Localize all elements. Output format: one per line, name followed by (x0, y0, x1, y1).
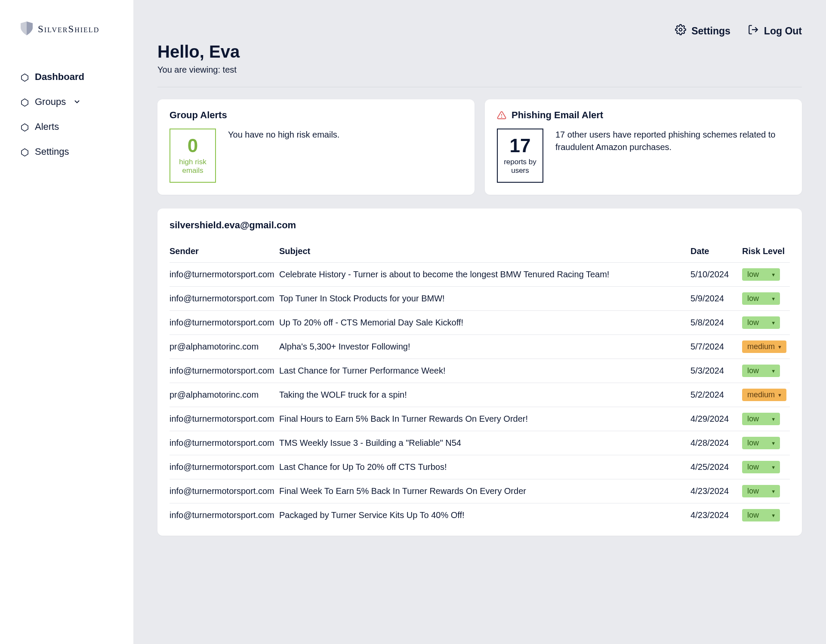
nav-settings[interactable]: Settings (21, 146, 133, 157)
cell-date: 5/7/2024 (690, 335, 742, 359)
table-row[interactable]: info@turnermotorsport.comTMS Weekly Issu… (170, 431, 790, 455)
settings-button[interactable]: Settings (675, 24, 730, 38)
cell-risk: low▼ (742, 287, 790, 311)
cell-sender: info@turnermotorsport.com (170, 359, 279, 383)
cell-subject: Final Hours to Earn 5% Back In Turner Re… (279, 407, 690, 431)
nav-label: Groups (35, 96, 66, 107)
group-alerts-card: Group Alerts 0 high risk emails You have… (157, 99, 475, 195)
nav-label: Dashboard (35, 71, 84, 83)
risk-label: low (747, 487, 759, 496)
cell-risk: low▼ (742, 311, 790, 335)
cell-subject: Packaged by Turner Service Kits Up To 40… (279, 503, 690, 527)
cell-subject: Celebrate History - Turner is about to b… (279, 263, 690, 287)
table-row[interactable]: info@turnermotorsport.comUp To 20% off -… (170, 311, 790, 335)
table-row[interactable]: pr@alphamotorinc.comTaking the WOLF truc… (170, 383, 790, 407)
table-row[interactable]: pr@alphamotorinc.comAlpha's 5,300+ Inves… (170, 335, 790, 359)
caret-down-icon: ▼ (777, 393, 782, 398)
cell-date: 4/23/2024 (690, 479, 742, 503)
phishing-count-box: 17 reports by users (497, 129, 543, 183)
viewing-context: You are viewing: test (157, 65, 802, 75)
cell-sender: info@turnermotorsport.com (170, 503, 279, 527)
cell-date: 5/3/2024 (690, 359, 742, 383)
risk-badge[interactable]: medium▼ (742, 340, 786, 353)
risk-badge[interactable]: low▼ (742, 292, 780, 305)
caret-down-icon: ▼ (771, 272, 776, 277)
inbox-email: silvershield.eva@gmail.com (170, 220, 790, 231)
cell-date: 4/23/2024 (690, 503, 742, 527)
table-row[interactable]: info@turnermotorsport.comLast Chance for… (170, 455, 790, 479)
risk-label: medium (747, 342, 775, 351)
risk-badge[interactable]: low▼ (742, 485, 780, 497)
svg-marker-3 (22, 148, 28, 156)
cell-subject: Taking the WOLF truck for a spin! (279, 383, 690, 407)
risk-badge[interactable]: low▼ (742, 413, 780, 425)
risk-badge[interactable]: medium▼ (742, 389, 786, 401)
cell-subject: Final Week To Earn 5% Back In Turner Rew… (279, 479, 690, 503)
nav-alerts[interactable]: Alerts (21, 121, 133, 132)
inbox-panel: silvershield.eva@gmail.com Sender Subjec… (157, 209, 802, 536)
risk-label: low (747, 439, 759, 448)
stat-number: 0 (188, 136, 198, 155)
nav-groups[interactable]: Groups (21, 96, 133, 107)
nav-dashboard[interactable]: Dashboard (21, 71, 133, 83)
stat-number: 17 (510, 136, 531, 155)
risk-badge[interactable]: low▼ (742, 437, 780, 449)
nav-label: Settings (35, 146, 69, 157)
hexagon-icon (21, 73, 29, 81)
card-title: Phishing Email Alert (512, 110, 603, 121)
cell-subject: Top Tuner In Stock Products for your BMW… (279, 287, 690, 311)
table-row[interactable]: info@turnermotorsport.comCelebrate Histo… (170, 263, 790, 287)
risk-badge[interactable]: low▼ (742, 365, 780, 377)
settings-label: Settings (691, 25, 730, 37)
risk-label: low (747, 463, 759, 472)
svg-marker-0 (22, 74, 28, 81)
cell-date: 5/9/2024 (690, 287, 742, 311)
phishing-alert-card: Phishing Email Alert 17 reports by users… (485, 99, 802, 195)
page-greeting: Hello, Eva (157, 42, 802, 61)
caret-down-icon: ▼ (771, 368, 776, 374)
caret-down-icon: ▼ (771, 320, 776, 325)
shield-icon (21, 21, 33, 37)
cell-risk: low▼ (742, 479, 790, 503)
caret-down-icon: ▼ (771, 441, 776, 446)
cell-risk: low▼ (742, 407, 790, 431)
logout-icon (748, 24, 759, 38)
cell-subject: Last Chance for Up To 20% off CTS Turbos… (279, 455, 690, 479)
cell-sender: info@turnermotorsport.com (170, 455, 279, 479)
topbar: Settings Log Out (157, 24, 802, 38)
alert-cards: Group Alerts 0 high risk emails You have… (157, 99, 802, 195)
risk-badge[interactable]: low▼ (742, 509, 780, 521)
logout-button[interactable]: Log Out (748, 24, 802, 38)
table-row[interactable]: info@turnermotorsport.comFinal Week To E… (170, 479, 790, 503)
cell-subject: Last Chance for Turner Performance Week! (279, 359, 690, 383)
cell-sender: pr@alphamotorinc.com (170, 383, 279, 407)
cell-subject: TMS Weekly Issue 3 - Building a "Reliabl… (279, 431, 690, 455)
table-row[interactable]: info@turnermotorsport.comTop Tuner In St… (170, 287, 790, 311)
col-header-sender: Sender (170, 242, 279, 263)
risk-label: low (747, 366, 759, 375)
cell-date: 4/29/2024 (690, 407, 742, 431)
table-row[interactable]: info@turnermotorsport.comPackaged by Tur… (170, 503, 790, 527)
cell-sender: info@turnermotorsport.com (170, 263, 279, 287)
stat-label: reports by users (501, 158, 539, 175)
caret-down-icon: ▼ (777, 344, 782, 350)
cell-sender: info@turnermotorsport.com (170, 407, 279, 431)
risk-label: medium (747, 390, 775, 399)
risk-label: low (747, 318, 759, 327)
caret-down-icon: ▼ (771, 465, 776, 470)
cell-subject: Alpha's 5,300+ Investor Following! (279, 335, 690, 359)
warning-icon (497, 110, 506, 120)
gear-icon (675, 24, 686, 38)
cell-risk: low▼ (742, 431, 790, 455)
cell-risk: low▼ (742, 455, 790, 479)
table-row[interactable]: info@turnermotorsport.comLast Chance for… (170, 359, 790, 383)
cell-sender: info@turnermotorsport.com (170, 311, 279, 335)
risk-badge[interactable]: low▼ (742, 461, 780, 473)
table-row[interactable]: info@turnermotorsport.comFinal Hours to … (170, 407, 790, 431)
brand-logo[interactable]: SilverShield (21, 21, 133, 37)
cell-risk: low▼ (742, 359, 790, 383)
risk-badge[interactable]: low▼ (742, 268, 780, 281)
risk-badge[interactable]: low▼ (742, 316, 780, 329)
stat-label: high risk emails (174, 158, 212, 175)
caret-down-icon: ▼ (771, 489, 776, 494)
